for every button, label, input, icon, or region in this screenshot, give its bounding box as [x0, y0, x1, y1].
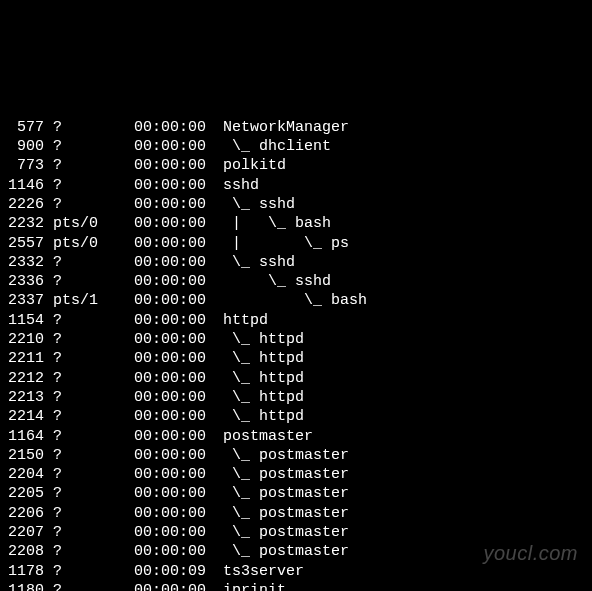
process-row: 2208 ? 00:00:00 \_ postmaster — [4, 542, 588, 561]
time: 00:00:00 — [134, 446, 214, 465]
process-row: 2336 ? 00:00:00 \_ sshd — [4, 272, 588, 291]
tty: pts/0 — [53, 214, 107, 233]
command: \_ postmaster — [223, 484, 349, 503]
time: 00:00:00 — [134, 214, 214, 233]
tty: ? — [53, 349, 107, 368]
tty: ? — [53, 118, 107, 137]
tty: ? — [53, 137, 107, 156]
command: \_ postmaster — [223, 504, 349, 523]
time: 00:00:00 — [134, 349, 214, 368]
pid: 577 — [4, 118, 44, 137]
pid: 2207 — [4, 523, 44, 542]
pid: 2336 — [4, 272, 44, 291]
command: ts3server — [223, 562, 304, 581]
process-row: 1146 ? 00:00:00 sshd — [4, 176, 588, 195]
process-row: 2150 ? 00:00:00 \_ postmaster — [4, 446, 588, 465]
time: 00:00:00 — [134, 388, 214, 407]
pid: 2213 — [4, 388, 44, 407]
time: 00:00:00 — [134, 311, 214, 330]
process-row: 2332 ? 00:00:00 \_ sshd — [4, 253, 588, 272]
process-row: 1178 ? 00:00:09 ts3server — [4, 562, 588, 581]
process-row: 2214 ? 00:00:00 \_ httpd — [4, 407, 588, 426]
process-row: 2207 ? 00:00:00 \_ postmaster — [4, 523, 588, 542]
pid: 1178 — [4, 562, 44, 581]
tty: ? — [53, 504, 107, 523]
command: iprinit — [223, 581, 286, 591]
time: 00:00:00 — [134, 330, 214, 349]
time: 00:00:00 — [134, 484, 214, 503]
tty: ? — [53, 311, 107, 330]
pid: 2337 — [4, 291, 44, 310]
time: 00:00:00 — [134, 118, 214, 137]
tty: ? — [53, 523, 107, 542]
command: polkitd — [223, 156, 286, 175]
command: \_ bash — [223, 291, 367, 310]
tty: ? — [53, 407, 107, 426]
process-row: 2205 ? 00:00:00 \_ postmaster — [4, 484, 588, 503]
tty: ? — [53, 542, 107, 561]
process-row: 2226 ? 00:00:00 \_ sshd — [4, 195, 588, 214]
command: \_ postmaster — [223, 446, 349, 465]
tty: ? — [53, 484, 107, 503]
time: 00:00:00 — [134, 465, 214, 484]
process-row: 1164 ? 00:00:00 postmaster — [4, 427, 588, 446]
command: \_ sshd — [223, 195, 295, 214]
command: \_ httpd — [223, 388, 304, 407]
time: 00:00:00 — [134, 523, 214, 542]
command: \_ postmaster — [223, 465, 349, 484]
time: 00:00:09 — [134, 562, 214, 581]
tty: ? — [53, 581, 107, 591]
pid: 2205 — [4, 484, 44, 503]
pid: 2557 — [4, 234, 44, 253]
command: \_ postmaster — [223, 523, 349, 542]
process-row: 2204 ? 00:00:00 \_ postmaster — [4, 465, 588, 484]
time: 00:00:00 — [134, 542, 214, 561]
tty: ? — [53, 156, 107, 175]
command: postmaster — [223, 427, 313, 446]
process-row: 900 ? 00:00:00 \_ dhclient — [4, 137, 588, 156]
command: \_ sshd — [223, 272, 331, 291]
command: \_ dhclient — [223, 137, 331, 156]
time: 00:00:00 — [134, 504, 214, 523]
time: 00:00:00 — [134, 195, 214, 214]
pid: 773 — [4, 156, 44, 175]
command: \_ httpd — [223, 349, 304, 368]
time: 00:00:00 — [134, 176, 214, 195]
process-row: 773 ? 00:00:00 polkitd — [4, 156, 588, 175]
pid: 1146 — [4, 176, 44, 195]
time: 00:00:00 — [134, 234, 214, 253]
tty: ? — [53, 562, 107, 581]
tty: pts/1 — [53, 291, 107, 310]
time: 00:00:00 — [134, 369, 214, 388]
pid: 2150 — [4, 446, 44, 465]
tty: ? — [53, 176, 107, 195]
process-row: 2337 pts/1 00:00:00 \_ bash — [4, 291, 588, 310]
command: \_ sshd — [223, 253, 295, 272]
time: 00:00:00 — [134, 427, 214, 446]
pid: 1164 — [4, 427, 44, 446]
process-row: 2232 pts/0 00:00:00 | \_ bash — [4, 214, 588, 233]
command: \_ postmaster — [223, 542, 349, 561]
pid: 2226 — [4, 195, 44, 214]
tty: ? — [53, 465, 107, 484]
time: 00:00:00 — [134, 407, 214, 426]
command: | \_ bash — [223, 214, 331, 233]
command: sshd — [223, 176, 259, 195]
command: \_ httpd — [223, 330, 304, 349]
process-row: 1154 ? 00:00:00 httpd — [4, 311, 588, 330]
process-row: 2213 ? 00:00:00 \_ httpd — [4, 388, 588, 407]
process-row: 1180 ? 00:00:00 iprinit — [4, 581, 588, 591]
command: httpd — [223, 311, 268, 330]
tty: pts/0 — [53, 234, 107, 253]
pid: 1154 — [4, 311, 44, 330]
tty: ? — [53, 369, 107, 388]
process-row: 2206 ? 00:00:00 \_ postmaster — [4, 504, 588, 523]
terminal-output[interactable]: 577 ? 00:00:00 NetworkManager900 ? 00:00… — [0, 77, 592, 591]
time: 00:00:00 — [134, 581, 214, 591]
time: 00:00:00 — [134, 291, 214, 310]
command: \_ httpd — [223, 407, 304, 426]
pid: 2210 — [4, 330, 44, 349]
pid: 2212 — [4, 369, 44, 388]
time: 00:00:00 — [134, 272, 214, 291]
tty: ? — [53, 427, 107, 446]
